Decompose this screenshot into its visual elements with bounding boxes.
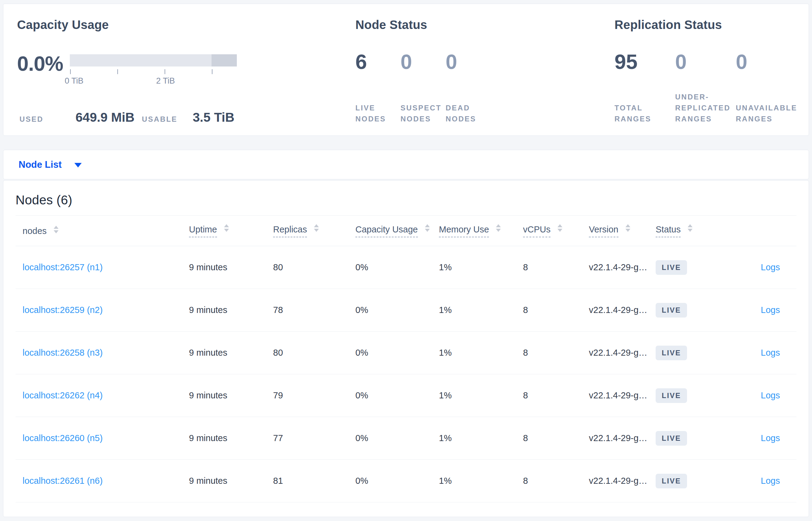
capacity-bar-other-segment [212, 54, 237, 67]
column-header-label: Uptime [189, 225, 217, 237]
node-list-label: Node List [19, 159, 62, 170]
node-link[interactable]: localhost:26258 (n3) [23, 348, 103, 358]
capacity-cell: 0% [355, 262, 439, 272]
logs-link[interactable]: Logs [761, 390, 780, 400]
capacity-summary: USED 649.9 MiB USABLE 3.5 TiB [20, 110, 234, 125]
node-status-stats: 6 LIVE NODES 0 SUSPECT NODES 0 DEAD NODE… [355, 51, 491, 124]
axis-tick [117, 69, 118, 74]
axis-tick [165, 69, 165, 74]
nodes-panel: Nodes (6) nodes Uptime Replicas Capacity… [3, 180, 809, 517]
node-link[interactable]: localhost:26259 (n2) [23, 305, 103, 315]
axis-tick [212, 69, 212, 74]
logs-link[interactable]: Logs [761, 305, 780, 315]
suspect-nodes-stat: 0 SUSPECT NODES [401, 51, 446, 124]
vcpus-cell: 8 [523, 433, 589, 443]
capacity-axis: 0 TiB 2 TiB [70, 67, 237, 86]
node-list-dropdown[interactable]: Node List [3, 150, 809, 179]
memory-cell: 1% [439, 433, 523, 443]
chevron-down-icon [74, 163, 82, 167]
nodes-panel-heading: Nodes (6) [16, 193, 796, 207]
column-header-label: Replicas [273, 225, 307, 237]
memory-cell: 1% [439, 348, 523, 358]
suspect-nodes-label: SUSPECT NODES [401, 103, 446, 124]
logs-link[interactable]: Logs [761, 348, 780, 358]
replicas-cell: 80 [273, 348, 355, 358]
usable-label: USABLE [142, 115, 177, 123]
dead-nodes-stat: 0 DEAD NODES [446, 51, 491, 124]
status-badge: LIVE [655, 303, 687, 318]
vcpus-cell: 8 [523, 348, 589, 358]
capacity-usage-title: Capacity Usage [17, 18, 109, 32]
uptime-cell: 9 minutes [189, 390, 273, 401]
node-link[interactable]: localhost:26257 (n1) [23, 262, 103, 272]
memory-cell: 1% [439, 390, 523, 401]
node-link[interactable]: localhost:26262 (n4) [23, 390, 103, 400]
column-header-vcpus[interactable]: vCPUs [523, 224, 589, 237]
status-badge: LIVE [655, 474, 687, 489]
axis-tick-label-0: 0 TiB [65, 76, 83, 86]
column-header-capacity-usage[interactable]: Capacity Usage [355, 224, 439, 237]
table-row: localhost:26259 (n2) 9 minutes 78 0% 1% … [16, 289, 796, 332]
unavailable-ranges-stat: 0 UNAVAILABLE RANGES [736, 51, 796, 124]
column-header-nodes[interactable]: nodes [16, 226, 189, 236]
replication-stats: 95 TOTAL RANGES 0 UNDER- REPLICATED RANG… [615, 51, 796, 124]
vcpus-cell: 8 [523, 262, 589, 272]
column-header-status[interactable]: Status [655, 224, 724, 237]
capacity-cell: 0% [355, 390, 439, 401]
table-row: localhost:26262 (n4) 9 minutes 79 0% 1% … [16, 374, 796, 417]
vcpus-cell: 8 [523, 476, 589, 486]
logs-link[interactable]: Logs [761, 476, 780, 485]
status-badge: LIVE [655, 260, 687, 275]
replicas-cell: 78 [273, 305, 355, 315]
uptime-cell: 9 minutes [189, 305, 273, 315]
capacity-bar-usable-segment [70, 54, 212, 67]
version-cell: v22.1.4-29-g… [589, 262, 655, 272]
status-badge: LIVE [655, 388, 687, 403]
column-header-label: Capacity Usage [355, 225, 418, 237]
column-header-replicas[interactable]: Replicas [273, 224, 355, 237]
sort-icon [625, 224, 630, 232]
live-nodes-label: LIVE NODES [355, 103, 401, 124]
replicas-cell: 79 [273, 390, 355, 401]
uptime-cell: 9 minutes [189, 348, 273, 358]
column-header-label: nodes [23, 226, 47, 236]
under-replicated-label: UNDER- REPLICATED RANGES [675, 91, 736, 124]
sort-icon [496, 224, 501, 232]
version-cell: v22.1.4-29-g… [589, 348, 655, 358]
version-cell: v22.1.4-29-g… [589, 476, 655, 486]
logs-link[interactable]: Logs [761, 262, 780, 272]
sort-icon [425, 224, 430, 232]
axis-tick-label-2: 2 TiB [156, 76, 175, 86]
replicas-cell: 77 [273, 433, 355, 443]
replicas-cell: 80 [273, 262, 355, 272]
capacity-percent: 0.0% [17, 53, 59, 74]
sort-icon [688, 224, 693, 232]
dead-nodes-label: DEAD NODES [446, 103, 491, 124]
column-header-version[interactable]: Version [589, 224, 655, 237]
column-header-memory-use[interactable]: Memory Use [439, 224, 523, 237]
sort-icon [54, 226, 58, 233]
node-link[interactable]: localhost:26260 (n5) [23, 433, 103, 443]
memory-cell: 1% [439, 305, 523, 315]
table-row: localhost:26258 (n3) 9 minutes 80 0% 1% … [16, 332, 796, 374]
total-ranges-label: TOTAL RANGES [615, 103, 675, 124]
column-header-label: vCPUs [523, 225, 550, 237]
node-link[interactable]: localhost:26261 (n6) [23, 476, 103, 485]
uptime-cell: 9 minutes [189, 262, 273, 272]
sort-icon [557, 224, 563, 232]
vcpus-cell: 8 [523, 305, 589, 315]
axis-tick [70, 69, 71, 74]
used-value: 649.9 MiB [76, 110, 135, 125]
node-status-title: Node Status [355, 18, 427, 32]
version-cell: v22.1.4-29-g… [589, 390, 655, 401]
logs-link[interactable]: Logs [761, 433, 780, 443]
used-label: USED [20, 115, 44, 123]
under-replicated-stat: 0 UNDER- REPLICATED RANGES [675, 51, 736, 124]
capacity-usage-section: Capacity Usage 0.0% 0 TiB 2 TiB [17, 4, 346, 136]
summary-card: Capacity Usage 0.0% 0 TiB 2 TiB [3, 4, 809, 136]
capacity-cell: 0% [355, 476, 439, 486]
table-row: localhost:26261 (n6) 9 minutes 81 0% 1% … [16, 460, 796, 502]
replicas-cell: 81 [273, 476, 355, 486]
sort-icon [314, 224, 319, 232]
column-header-uptime[interactable]: Uptime [189, 224, 273, 237]
